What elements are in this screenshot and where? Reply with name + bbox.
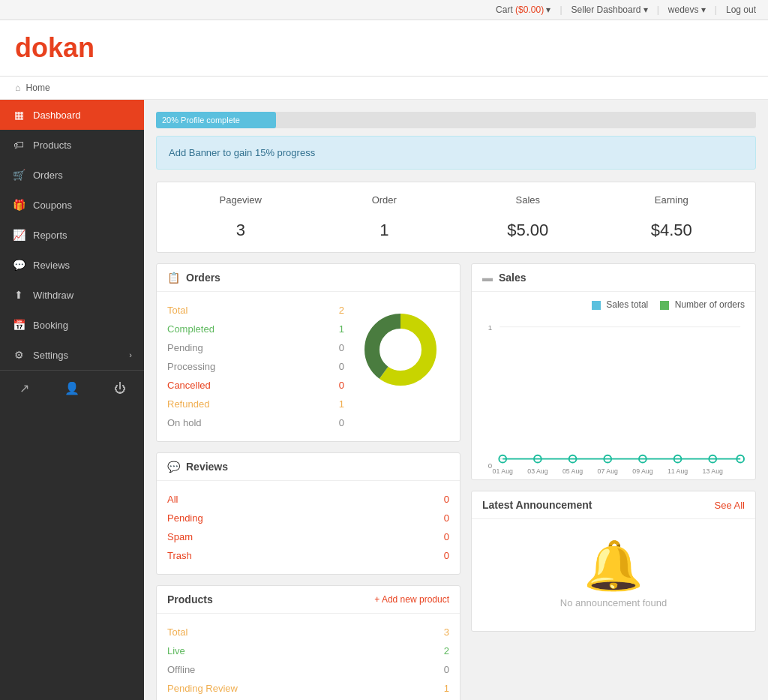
stat-earning: Earning $4.50 xyxy=(600,194,744,240)
svg-text:07 Aug: 07 Aug xyxy=(598,467,618,475)
review-all-label: All xyxy=(167,494,178,505)
stats-card: Pageview 3 Order 1 Sales $5.00 Earning $… xyxy=(156,182,756,253)
announcement-title: Latest Announcement xyxy=(482,499,592,511)
logout-link[interactable]: Log out xyxy=(726,5,756,15)
topbar: Cart ($0.00) ▾ | Seller Dashboard ▾ | we… xyxy=(0,0,768,20)
stat-order-label: Order xyxy=(313,194,457,215)
left-column: 📋 Orders Total 2 Completed xyxy=(156,263,460,700)
sales-card-title: Sales xyxy=(499,272,526,284)
sidebar-user-button[interactable]: 👤 xyxy=(48,371,96,406)
order-processing-count: 0 xyxy=(339,361,344,372)
product-pending-count: 1 xyxy=(444,683,449,694)
product-total-count: 3 xyxy=(444,626,449,638)
svg-text:1: 1 xyxy=(488,323,492,332)
sidebar-item-reviews[interactable]: 💬 Reviews xyxy=(0,250,144,280)
order-pending-count: 0 xyxy=(339,342,344,353)
reviews-card-header: 💬 Reviews xyxy=(157,453,460,481)
orders-card-icon: 📋 xyxy=(167,272,180,284)
order-processing-label: Processing xyxy=(167,361,215,372)
product-pending-label: Pending Review xyxy=(167,683,238,694)
review-all-count: 0 xyxy=(444,494,449,505)
sidebar-item-orders[interactable]: 🛒 Orders xyxy=(0,160,144,190)
banner-notice: Add Banner to gain 15% progress xyxy=(156,136,756,170)
order-row-cancelled: Cancelled 0 xyxy=(167,376,344,395)
orders-card-title: Orders xyxy=(186,272,220,284)
product-row-offline: Offline 0 xyxy=(167,660,449,679)
stat-sales: Sales $5.00 xyxy=(456,194,600,240)
sales-card-header: ▬ Sales xyxy=(472,264,755,292)
product-total-label: Total xyxy=(167,626,188,638)
withdraw-icon: ⬆ xyxy=(12,289,26,301)
order-total-label: Total xyxy=(167,305,188,316)
sidebar-label-settings: Settings xyxy=(33,350,68,361)
coupons-icon: 🎁 xyxy=(12,199,26,211)
order-completed-count: 1 xyxy=(339,323,344,335)
review-row-trash: Trash 0 xyxy=(167,546,449,565)
sidebar-item-dashboard[interactable]: ▦ Dashboard xyxy=(0,100,144,130)
stat-pageview: Pageview 3 xyxy=(169,194,313,240)
settings-icon: ⚙ xyxy=(12,349,26,361)
layout: ▦ Dashboard 🏷 Products 🛒 Orders 🎁 Coupon… xyxy=(0,100,768,700)
review-row-all: All 0 xyxy=(167,490,449,509)
reviews-card: 💬 Reviews All 0 Pending 0 Spam xyxy=(156,452,460,575)
sidebar-bottom: ↗ 👤 ⏻ xyxy=(0,370,144,406)
products-card-title: Products xyxy=(167,593,213,605)
orders-card-header: 📋 Orders xyxy=(157,264,460,292)
sidebar-label-booking: Booking xyxy=(33,320,68,331)
svg-text:09 Aug: 09 Aug xyxy=(632,467,652,475)
reviews-card-icon: 💬 xyxy=(167,461,180,473)
legend-orders: Number of orders xyxy=(660,299,745,310)
stats-row: Pageview 3 Order 1 Sales $5.00 Earning $… xyxy=(169,194,743,240)
logo: dokan xyxy=(15,32,753,64)
reviews-card-body: All 0 Pending 0 Spam 0 Trash xyxy=(157,481,460,574)
see-all-button[interactable]: See All xyxy=(715,500,745,511)
products-icon: 🏷 xyxy=(12,139,26,151)
order-onhold-label: On hold xyxy=(167,417,202,428)
product-row-total: Total 3 xyxy=(167,623,449,641)
legend-sales-total: Sales total xyxy=(592,299,648,310)
products-card: Products + Add new product Total 3 Live … xyxy=(156,585,460,700)
sidebar-item-settings[interactable]: ⚙ Settings › xyxy=(0,340,144,370)
orders-card: 📋 Orders Total 2 Completed xyxy=(156,263,460,442)
sales-chart-svg: 1 0 xyxy=(482,314,745,479)
sidebar-item-booking[interactable]: 📅 Booking xyxy=(0,310,144,340)
sidebar: ▦ Dashboard 🏷 Products 🛒 Orders 🎁 Coupon… xyxy=(0,100,144,700)
main-content: 20% Profile complete Add Banner to gain … xyxy=(144,100,768,700)
legend-orders-dot xyxy=(660,301,669,310)
stat-sales-value: $5.00 xyxy=(456,215,600,240)
order-row-pending: Pending 0 xyxy=(167,338,344,357)
svg-text:03 Aug: 03 Aug xyxy=(527,467,548,475)
order-refunded-count: 1 xyxy=(339,398,344,410)
order-cancelled-count: 0 xyxy=(339,380,344,391)
sidebar-label-orders: Orders xyxy=(33,170,63,181)
user-menu[interactable]: wedevs ▾ xyxy=(668,5,706,15)
order-row-completed: Completed 1 xyxy=(167,320,344,338)
orders-content: Total 2 Completed 1 Pending 0 xyxy=(167,301,449,432)
stat-order: Order 1 xyxy=(313,194,457,240)
review-spam-count: 0 xyxy=(444,531,449,542)
sidebar-power-button[interactable]: ⏻ xyxy=(96,371,144,406)
sidebar-item-coupons[interactable]: 🎁 Coupons xyxy=(0,190,144,220)
logo-first: d xyxy=(15,32,32,63)
order-refunded-label: Refunded xyxy=(167,398,209,410)
seller-dashboard-link[interactable]: Seller Dashboard ▾ xyxy=(572,5,648,15)
svg-text:13 Aug: 13 Aug xyxy=(703,467,723,475)
cart-link[interactable]: Cart ($0.00) ▾ xyxy=(496,5,550,15)
announcement-header: Latest Announcement See All xyxy=(472,491,755,519)
orders-card-body: Total 2 Completed 1 Pending 0 xyxy=(157,292,460,441)
sidebar-item-products[interactable]: 🏷 Products xyxy=(0,130,144,160)
order-completed-label: Completed xyxy=(167,323,214,335)
sidebar-item-reports[interactable]: 📈 Reports xyxy=(0,220,144,250)
svg-point-2 xyxy=(381,330,420,369)
bell-icon: 🔔 xyxy=(482,542,745,590)
sidebar-label-dashboard: Dashboard xyxy=(33,110,81,121)
order-row-refunded: Refunded 1 xyxy=(167,395,344,413)
review-trash-label: Trash xyxy=(167,550,192,561)
order-onhold-count: 0 xyxy=(339,417,344,428)
order-row-onhold: On hold 0 xyxy=(167,413,344,432)
sidebar-external-button[interactable]: ↗ xyxy=(0,371,48,406)
sidebar-item-withdraw[interactable]: ⬆ Withdraw xyxy=(0,280,144,310)
home-link[interactable]: Home xyxy=(26,83,50,93)
sales-card-body: Sales total Number of orders 1 0 xyxy=(472,292,755,479)
add-product-button[interactable]: + Add new product xyxy=(374,594,449,605)
